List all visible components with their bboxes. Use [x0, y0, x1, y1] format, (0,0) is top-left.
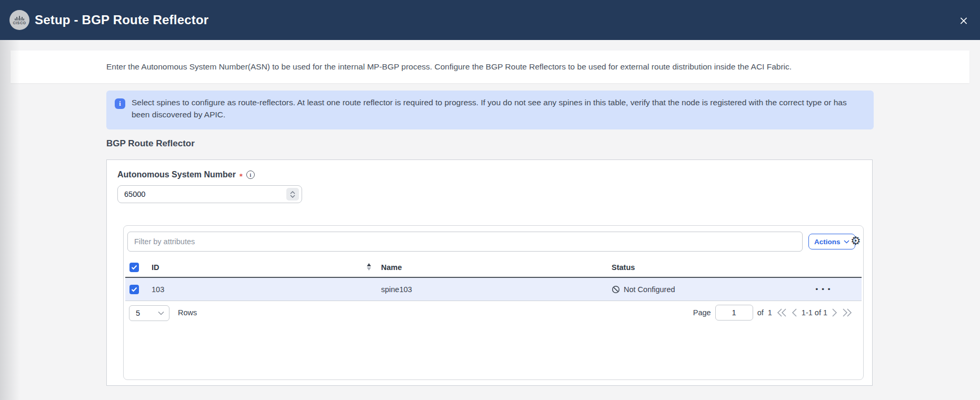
cell-id: 103: [152, 278, 164, 301]
row-checkbox[interactable]: [129, 285, 139, 294]
column-header-id[interactable]: ID: [152, 257, 159, 277]
actions-button[interactable]: Actions: [808, 234, 855, 249]
close-icon[interactable]: [957, 14, 971, 27]
range-text: 1-1 of 1: [802, 308, 827, 317]
prev-page-icon[interactable]: [792, 308, 797, 317]
row-menu-icon[interactable]: •••: [812, 278, 836, 301]
dialog-title: Setup - BGP Route Reflector: [35, 0, 208, 40]
not-configured-icon: [612, 285, 620, 294]
info-icon: i: [115, 98, 125, 109]
gear-icon[interactable]: ⚙: [851, 233, 861, 249]
dialog-header: CISCO Setup - BGP Route Reflector: [0, 0, 980, 40]
number-stepper[interactable]: [286, 188, 299, 201]
setup-dialog: CISCO Setup - BGP Route Reflector Enter …: [0, 0, 980, 400]
pagination-bar: 5 Rows Page of 1: [125, 301, 862, 325]
cisco-bars-icon: [15, 16, 24, 21]
next-page-icon[interactable]: [832, 308, 837, 317]
rows-per-page-value: 5: [136, 309, 158, 317]
column-header-status[interactable]: Status: [612, 257, 635, 277]
last-page-icon[interactable]: [842, 308, 853, 317]
info-banner-text: Select spines to configure as route-refl…: [132, 96, 851, 121]
sort-icon[interactable]: [367, 263, 371, 271]
required-marker: *: [239, 172, 243, 181]
description-band: Enter the Autonomous System Number(ASN) …: [11, 51, 969, 83]
cell-status: Not Configured: [612, 278, 675, 301]
table-row[interactable]: 103 spine103 Not Configured •••: [125, 278, 862, 301]
first-page-icon[interactable]: [776, 308, 787, 317]
asn-label-row: Autonomous System Number * i: [117, 170, 255, 179]
cisco-logo-icon: CISCO: [9, 10, 29, 30]
table-header-row: ID Name Status: [125, 257, 862, 278]
page-total: 1: [768, 308, 772, 317]
status-text: Not Configured: [624, 285, 675, 294]
asn-label: Autonomous System Number: [117, 170, 236, 179]
of-label: of: [757, 308, 764, 317]
cisco-logo-text: CISCO: [13, 21, 26, 25]
cell-name: spine103: [381, 278, 412, 301]
asn-input[interactable]: [118, 186, 302, 203]
page-input[interactable]: [715, 305, 753, 321]
pager-controls: Page of 1 1-1 of 1: [693, 301, 853, 325]
asn-input-wrap: [117, 185, 302, 203]
chevron-down-icon: [158, 311, 164, 315]
asn-info-icon[interactable]: i: [246, 171, 255, 179]
rows-label: Rows: [178, 301, 197, 325]
filter-input[interactable]: [127, 232, 803, 252]
info-banner: i Select spines to configure as route-re…: [106, 91, 874, 129]
page-label: Page: [693, 308, 711, 317]
bgp-route-reflector-panel: Autonomous System Number * i Actions ⚙: [106, 159, 873, 386]
actions-button-label: Actions: [814, 238, 841, 246]
spine-table-card: Actions ⚙ ID Name Status 103 spin: [123, 225, 864, 380]
select-all-checkbox[interactable]: [129, 263, 139, 272]
description-text: Enter the Autonomous System Number(ASN) …: [106, 62, 792, 72]
rows-per-page-select[interactable]: 5: [129, 305, 169, 321]
section-heading: BGP Route Reflector: [106, 138, 195, 149]
column-header-name[interactable]: Name: [381, 257, 402, 277]
